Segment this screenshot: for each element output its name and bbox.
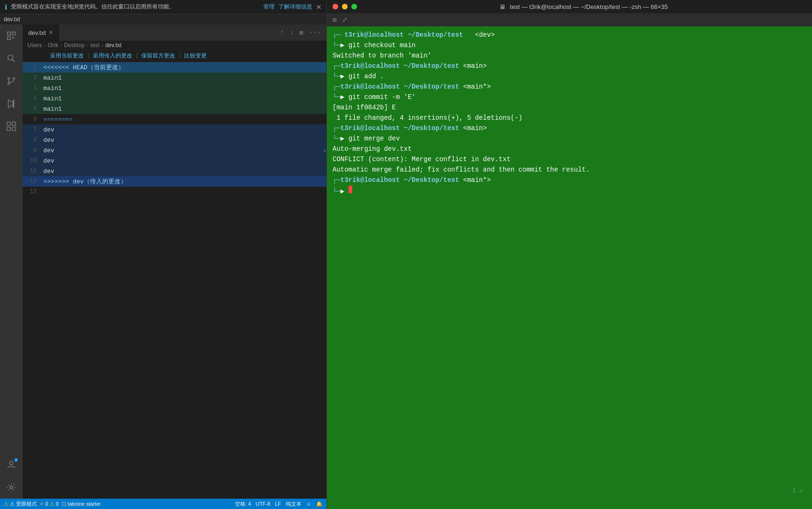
scroll-up-btn[interactable]: ↑ [278, 28, 286, 37]
line-13: 13 [23, 187, 326, 197]
terminal-content[interactable]: ┌─ t3rik@localhost ~/Desktop/test <dev> … [327, 26, 812, 509]
term-prompt-user-2: t3rik@localhost ~/Desktop/test [341, 61, 459, 71]
term-output-4: Auto-merging dev.txt [333, 144, 806, 154]
breadcrumb: Users › t3rik › Desktop › test › dev.txt [23, 41, 326, 50]
line-ending-btn[interactable]: LF [275, 501, 281, 507]
traffic-light-maximize[interactable] [351, 4, 357, 9]
tab-close-btn[interactable]: ✕ [49, 29, 53, 36]
breadcrumb-t3rik[interactable]: t3rik [48, 42, 58, 49]
traffic-light-close[interactable] [333, 4, 338, 9]
breadcrumb-devtxt[interactable]: dev.txt [105, 42, 121, 49]
spaces-btn[interactable]: 空格: 4 [235, 501, 251, 508]
run-icon[interactable] [4, 96, 19, 111]
term-cmd-arrow-1: ▶ [341, 41, 349, 50]
line-3: 3 main1 [23, 83, 326, 93]
editor-tab-dev-txt[interactable]: dev.txt ✕ [23, 25, 59, 41]
zoom-btn[interactable]: ⤢ [340, 15, 349, 25]
line-num-2: 2 [23, 74, 41, 81]
line-num-1: 1 [23, 64, 41, 71]
term-prompt-user-4: t3rik@localhost ~/Desktop/test [341, 123, 459, 133]
line-11: 11 dev [23, 166, 326, 176]
accept-both-btn[interactable]: 保留双方更改 [141, 52, 175, 60]
line-content-1: <<<<<<< HEAD（当前更改） [41, 63, 326, 72]
status-bar: ⚠ ⚠ 受限模式 ✕ 0 ⚠ 0 ⬡ tabnine starter 空格: 4… [0, 499, 326, 509]
language-btn[interactable]: 纯文本 [286, 501, 301, 508]
line-content-9: dev [41, 147, 319, 154]
term-line-2: ┌─ t3rik@localhost ~/Desktop/test <main> [333, 61, 806, 71]
line-num-13: 13 [23, 189, 41, 195]
source-control-icon[interactable] [4, 74, 19, 89]
term-branch-2: <main> [463, 61, 487, 71]
line-num-8: 8 [23, 137, 41, 143]
accept-incoming-btn[interactable]: 采用传入的更改 [93, 52, 132, 60]
term-arrow-4: └─ [333, 134, 341, 144]
term-line-4: ┌─ t3rik@localhost ~/Desktop/test <main> [333, 123, 806, 133]
settings-icon[interactable] [4, 480, 19, 495]
breadcrumb-sep-4: › [101, 42, 103, 49]
info-bar-close[interactable]: ✕ [316, 3, 322, 11]
term-line-3: ┌─ t3rik@localhost ~/Desktop/test <main*… [333, 82, 806, 92]
line-content-12: >>>>>>> dev（传入的更改） [41, 177, 326, 186]
conflict-header: 采用当前更改 | 采用传入的更改 | 保留双方更改 | 比较变更 [23, 50, 326, 62]
line-12: 12 >>>>>>> dev（传入的更改） [23, 176, 326, 187]
line-8: 8 dev [23, 135, 326, 145]
terminal-cursor [349, 186, 352, 193]
title-bar: dev.txt [0, 14, 326, 25]
errors-btn[interactable]: ✕ 0 ⚠ 0 [40, 501, 58, 507]
term-line-3b: └─ ▶ git commit -m 'E' [333, 92, 806, 102]
terminal-panel: 🖥 test — t3rik@localhost — ~/Desktop/tes… [327, 0, 812, 509]
learn-more-link[interactable]: 了解详细信息 [278, 3, 312, 11]
manage-link[interactable]: 管理 [263, 3, 275, 11]
tabnine-btn[interactable]: ⬡ tabnine starter [62, 501, 101, 507]
term-line-5: ┌─ t3rik@localhost ~/Desktop/test <main*… [333, 175, 806, 185]
traffic-light-minimize[interactable] [342, 4, 348, 9]
line-content-5: main1 [41, 106, 326, 113]
search-icon[interactable] [4, 51, 19, 66]
scroll-down-btn[interactable]: ↓ [288, 28, 295, 37]
line-num-12: 12 [23, 178, 41, 185]
restricted-mode-btn[interactable]: ⚠ ⚠ 受限模式 [4, 501, 37, 508]
breadcrumb-sep-1: › [44, 42, 46, 49]
split-pane-btn[interactable]: ⊞ [331, 15, 338, 25]
svg-line-1 [12, 59, 15, 62]
line-num-5: 5 [23, 106, 41, 112]
split-editor-btn[interactable]: ⊞ [297, 28, 305, 38]
code-area[interactable]: 1 <<<<<<< HEAD（当前更改） 2 main1 3 main1 4 m… [23, 62, 326, 499]
accept-current-btn[interactable]: 采用当前更改 [50, 52, 84, 60]
svg-point-13 [10, 486, 13, 489]
line-content-4: main1 [41, 95, 326, 102]
status-left: ⚠ ⚠ 受限模式 ✕ 0 ⚠ 0 ⬡ tabnine starter [4, 501, 101, 508]
line-1: 1 <<<<<<< HEAD（当前更改） [23, 62, 326, 73]
activity-bar: 2 [0, 25, 23, 499]
terminal-title: 🖥 test — t3rik@localhost — ~/Desktop/tes… [361, 3, 806, 10]
term-output-3: 1 file changed, 4 insertions(+), 5 delet… [333, 113, 806, 123]
notifications-btn[interactable]: 🔔 [316, 501, 323, 507]
compare-changes-btn[interactable]: 比较变更 [184, 52, 207, 60]
term-branch-3: <main*> [463, 82, 491, 92]
breadcrumb-test[interactable]: test [90, 42, 99, 49]
breadcrumb-sep-2: › [60, 42, 62, 49]
breadcrumb-users[interactable]: Users [27, 42, 42, 49]
line-10: 10 dev [23, 156, 326, 166]
line-content-11: dev [41, 168, 326, 175]
terminal-toolbar: ⊞ ⤢ [327, 13, 812, 26]
tab-bar: dev.txt ✕ ↑ ↓ ⊞ ··· [23, 25, 326, 41]
term-prompt-path-5: ┌─ [333, 175, 341, 185]
more-actions-btn[interactable]: ··· [307, 28, 323, 37]
explorer-icon[interactable] [4, 28, 19, 43]
breadcrumb-desktop[interactable]: Desktop [64, 42, 85, 49]
line-4: 4 main1 [23, 93, 326, 104]
cursor-indicator: ↖ [323, 148, 326, 154]
extensions-icon[interactable] [4, 119, 19, 134]
term-switched: Switched to branch 'main' [333, 51, 431, 61]
account-icon[interactable]: 2 [4, 457, 19, 472]
term-output-1: Switched to branch 'main' [333, 51, 806, 61]
term-cmd-arrow-2: ▶ [341, 72, 349, 82]
feedback-btn[interactable]: ☺ [306, 501, 311, 507]
line-num-7: 7 [23, 126, 41, 133]
term-line-1b: └─ ▶ git checkout main [333, 41, 806, 50]
term-arrow-2: └─ [333, 72, 341, 82]
line-content-3: main1 [41, 85, 326, 92]
encoding-btn[interactable]: UTF-8 [256, 501, 270, 507]
term-prompt-user-1: t3rik@localhost ~/Desktop/test [344, 31, 463, 39]
